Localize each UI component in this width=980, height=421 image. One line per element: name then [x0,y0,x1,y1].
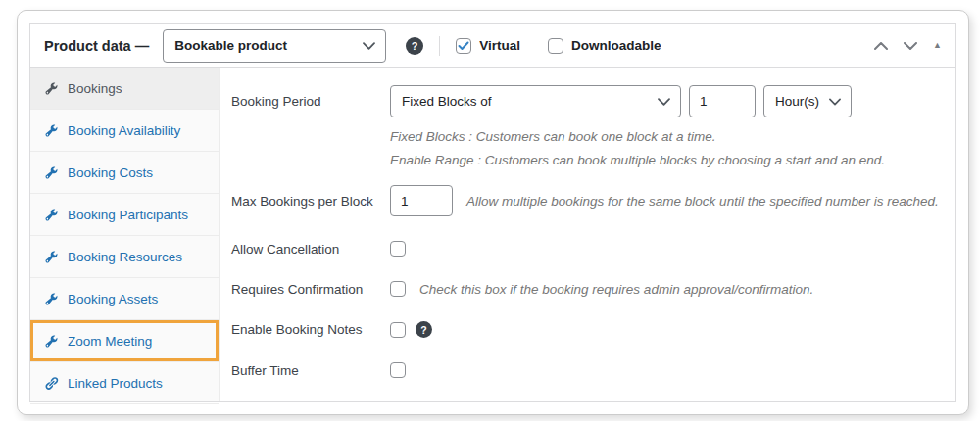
booking-period-label: Booking Period [231,94,390,109]
product-type-select[interactable]: Bookable product [163,29,386,63]
help-icon[interactable]: ? [406,37,423,55]
sidebar-item-label: Booking Participants [68,208,188,222]
sidebar-item-booking-participants[interactable]: Booking Participants [30,194,219,236]
header-controls: ▲ [874,41,942,50]
sidebar-item-zoom-meeting[interactable]: Zoom Meeting [30,320,219,362]
sidebar-item-booking-costs[interactable]: Booking Costs [30,152,219,194]
allow-cancellation-checkbox[interactable] [390,241,406,257]
max-bookings-label: Max Bookings per Block [231,194,390,209]
bookings-settings-pane: Booking Period Fixed Blocks of Hour(s) F… [220,68,956,401]
virtual-label: Virtual [479,38,520,53]
panel-body: Bookings Booking Availability Booking Co… [30,68,956,401]
sidebar: Bookings Booking Availability Booking Co… [30,68,220,401]
divider [439,36,440,56]
requires-confirmation-description: Check this box if the booking requires a… [419,282,813,297]
sidebar-item-booking-availability[interactable]: Booking Availability [30,110,219,152]
product-type-value: Bookable product [174,38,287,53]
wrench-icon [44,208,59,222]
enable-range-description: Enable Range : Customers can book multip… [390,153,942,167]
sidebar-item-label: Booking Availability [68,123,180,138]
downloadable-label: Downloadable [571,38,662,53]
enable-booking-notes-row: Enable Booking Notes ? [231,321,942,338]
enable-booking-notes-checkbox[interactable] [390,322,406,338]
virtual-checkbox[interactable] [456,38,471,54]
sidebar-item-booking-resources[interactable]: Booking Resources [30,236,219,278]
move-down-icon[interactable] [904,42,917,50]
screenshot-frame: Product data — Bookable product ? Virtua… [17,10,969,415]
booking-period-count-input[interactable] [689,85,756,117]
sidebar-item-label: Booking Costs [68,165,153,180]
chevron-down-icon [363,42,375,50]
booking-period-type-value: Fixed Blocks of [402,94,492,109]
buffer-time-row: Buffer Time [231,362,942,378]
check-icon [458,41,469,51]
wrench-icon [44,334,59,349]
allow-cancellation-label: Allow Cancellation [231,242,390,257]
enable-booking-notes-label: Enable Booking Notes [231,322,390,337]
max-bookings-description: Allow multiple bookings for the same blo… [466,194,939,209]
chevron-down-icon [829,98,841,106]
max-bookings-input[interactable] [390,185,453,216]
booking-period-unit-select[interactable]: Hour(s) [763,85,852,117]
booking-notes-help-icon[interactable]: ? [416,321,432,338]
booking-period-row: Booking Period Fixed Blocks of Hour(s) [231,85,942,117]
max-bookings-row: Max Bookings per Block Allow multiple bo… [231,185,942,216]
toggle-panel-icon[interactable]: ▲ [933,41,942,50]
panel-header: Product data — Bookable product ? Virtua… [30,24,956,68]
sidebar-item-label: Zoom Meeting [68,334,152,349]
requires-confirmation-row: Requires Confirmation Check this box if … [231,281,942,297]
wrench-icon [44,250,59,264]
requires-confirmation-checkbox[interactable] [390,281,406,297]
link-icon [44,376,59,391]
chevron-down-icon [658,98,670,106]
wrench-icon [44,81,59,96]
panel-title: Product data — [44,38,149,54]
sidebar-item-label: Linked Products [68,376,163,391]
move-up-icon[interactable] [874,42,888,50]
sidebar-item-label: Booking Assets [68,292,158,306]
requires-confirmation-label: Requires Confirmation [231,282,390,297]
allow-cancellation-row: Allow Cancellation [231,241,942,257]
product-data-panel: Product data — Bookable product ? Virtua… [29,23,956,402]
wrench-icon [44,123,59,138]
buffer-time-checkbox[interactable] [390,362,406,378]
sidebar-item-bookings[interactable]: Bookings [30,68,219,110]
sidebar-item-label: Booking Resources [68,250,182,264]
booking-period-type-select[interactable]: Fixed Blocks of [390,85,681,117]
wrench-icon [44,292,59,306]
fixed-blocks-description: Fixed Blocks : Customers can book one bl… [390,129,942,144]
sidebar-item-linked-products[interactable]: Linked Products [30,362,219,404]
buffer-time-label: Buffer Time [231,363,390,378]
booking-period-unit-value: Hour(s) [775,94,819,109]
sidebar-item-booking-assets[interactable]: Booking Assets [30,278,219,320]
downloadable-checkbox[interactable] [548,38,564,54]
sidebar-item-label: Bookings [68,81,122,96]
wrench-icon [44,165,59,180]
